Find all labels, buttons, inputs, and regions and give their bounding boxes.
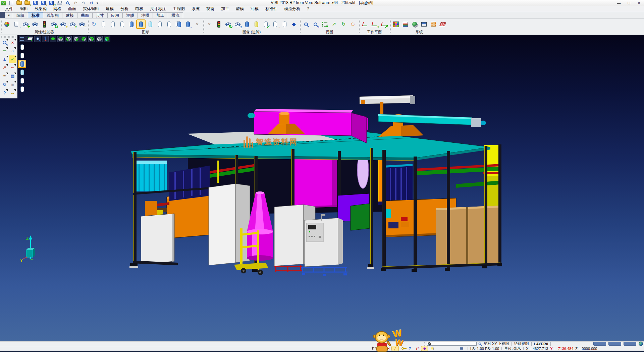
grid-panel-icon[interactable]: ▦ xyxy=(9,72,16,80)
key-icon[interactable] xyxy=(399,346,406,351)
dashed-hidden-mode-icon[interactable] xyxy=(118,20,126,28)
red-base-frame[interactable] xyxy=(274,265,303,272)
menu-item-modeling[interactable]: 建模 xyxy=(103,6,117,12)
globe-icon[interactable] xyxy=(639,342,643,346)
menu-item-help[interactable]: ? xyxy=(304,6,312,12)
refresh-image-icon[interactable]: ↻ xyxy=(224,20,232,28)
zoom-all-icon[interactable] xyxy=(302,20,310,28)
units-readout[interactable]: 单位: 毫米 xyxy=(504,346,521,351)
minimize-button[interactable]: — xyxy=(614,0,624,6)
plane-select-icon[interactable]: ▭ xyxy=(1,47,8,55)
menu-item-analysis[interactable]: 分析 xyxy=(117,6,131,12)
paint-filter-icon[interactable] xyxy=(3,20,11,28)
transparent-mode-icon[interactable] xyxy=(146,20,154,28)
context-help-icon[interactable]: ? xyxy=(407,346,413,351)
help-icon[interactable]: ? xyxy=(1,89,8,97)
tab-dimension[interactable]: 尺寸 xyxy=(92,12,108,18)
workplane-face-icon[interactable] xyxy=(26,36,33,42)
menu-item-window[interactable]: 视窗 xyxy=(203,6,217,12)
workplane-set-icon[interactable]: ▫ xyxy=(370,20,378,28)
tab-die[interactable]: 冲模 xyxy=(138,12,153,18)
draw-curve-icon[interactable]: ~ xyxy=(9,64,16,72)
view-iso-icon[interactable] xyxy=(57,36,64,42)
active-view-name[interactable]: 绝对 XY 上视图 xyxy=(484,341,509,346)
navigate-back-icon[interactable]: ↺ xyxy=(89,0,95,6)
hide-all-icon[interactable]: − xyxy=(78,20,86,28)
shaded-mode-icon[interactable] xyxy=(127,20,136,28)
workplane-grid-icon[interactable]: ▦ xyxy=(458,346,465,351)
menu-item-dimension[interactable]: 尺寸标注 xyxy=(147,6,169,12)
shaded-edges-mode-icon[interactable] xyxy=(137,20,145,28)
redo-icon[interactable]: ↷ xyxy=(80,0,87,6)
axis-view-icon[interactable] xyxy=(42,36,49,42)
lamp-icon[interactable] xyxy=(429,346,435,351)
strip-transparent-icon[interactable] xyxy=(19,69,25,76)
tab-surface[interactable]: 曲面 xyxy=(77,12,93,18)
render-settings-icon[interactable]: × xyxy=(193,20,201,28)
close-button[interactable]: × xyxy=(634,0,644,6)
zoom-extent-icon[interactable]: ± xyxy=(1,55,8,63)
mini-cube-icon[interactable]: ◆ xyxy=(421,346,428,351)
refresh-graphics-icon[interactable]: ↻ xyxy=(90,20,98,28)
multi-view-mode-icon[interactable] xyxy=(174,20,182,28)
maximize-button[interactable]: □ xyxy=(624,0,634,6)
options-panel-icon[interactable] xyxy=(420,20,428,28)
view-name-field[interactable]: A xyxy=(427,342,477,346)
view-top-icon[interactable] xyxy=(50,36,56,42)
strip-mesh-icon[interactable] xyxy=(19,86,25,92)
viewport-3d[interactable]: 智造资料网 Z Y xyxy=(0,35,644,341)
grid-settings-icon[interactable] xyxy=(439,20,447,28)
workplane-axis-icon[interactable] xyxy=(361,20,369,28)
save-icon[interactable] xyxy=(32,0,38,6)
mesh-mode-icon[interactable] xyxy=(165,20,173,28)
rotate-view-icon[interactable]: ↻ xyxy=(339,20,347,28)
advanced-filter-icon[interactable] xyxy=(215,20,223,28)
palette-drag-handle[interactable] xyxy=(1,36,16,38)
menu-item-mold[interactable]: 塑模 xyxy=(233,6,247,12)
tab-moldflow[interactable]: 模流 xyxy=(168,12,183,18)
render-smiley-icon[interactable]: ☺ xyxy=(349,20,357,28)
print-preview-icon[interactable] xyxy=(64,0,70,6)
layer-list-icon[interactable] xyxy=(19,36,25,42)
active-layer-label[interactable]: LAYER0 xyxy=(534,342,548,346)
show-entities-icon[interactable]: + xyxy=(21,20,30,28)
open-file-icon[interactable] xyxy=(16,0,22,6)
update-graphics-icon[interactable]: → xyxy=(184,20,192,28)
entity-attributes-icon[interactable]: ◦ xyxy=(12,20,20,28)
delete-entity-icon[interactable]: × xyxy=(9,39,16,46)
annotate-view-icon[interactable]: ◦ xyxy=(271,20,279,28)
view-back-icon[interactable] xyxy=(88,36,95,42)
workplane-align-icon[interactable]: ↗ xyxy=(380,20,388,28)
selection-box-icon[interactable] xyxy=(321,20,329,28)
system-settings-icon[interactable] xyxy=(411,20,419,28)
qat-dropdown-icon[interactable]: ▾ xyxy=(97,1,100,5)
ghost-mode-icon[interactable] xyxy=(156,20,164,28)
undo-icon[interactable]: ↶ xyxy=(72,0,78,6)
zoom-select-icon[interactable] xyxy=(1,39,8,46)
strip-shaded-icon[interactable] xyxy=(19,60,25,67)
line-color-swatch[interactable] xyxy=(608,342,621,346)
toggle-visibility-icon[interactable]: ± xyxy=(59,20,67,28)
show-all-icon[interactable]: + xyxy=(68,20,76,28)
lock-label[interactable]: 拴牢 xyxy=(372,346,379,351)
color-palette-icon[interactable] xyxy=(392,20,400,28)
tab-wireframe[interactable]: 线架构 xyxy=(43,12,62,18)
wire-view-icon[interactable] xyxy=(280,20,288,28)
view-right-icon[interactable] xyxy=(80,36,87,42)
menu-item-electrode[interactable]: 电极 xyxy=(132,6,146,12)
new-file-icon[interactable] xyxy=(8,0,14,6)
visi-logo-icon[interactable]: V xyxy=(1,1,6,5)
menu-item-system[interactable]: 系统 xyxy=(189,6,203,12)
solid-cube-icon[interactable]: ■ xyxy=(9,81,16,88)
save-as-icon[interactable]: ✎ xyxy=(40,0,46,6)
highlight-view-icon[interactable] xyxy=(252,20,260,28)
blue-pallet-frame[interactable] xyxy=(301,267,347,276)
search-view-icon[interactable] xyxy=(479,343,481,345)
menu-item-mesh[interactable]: 网格 xyxy=(50,6,64,12)
view-bottom-icon[interactable] xyxy=(96,36,103,42)
menu-item-surface[interactable]: 曲面 xyxy=(65,6,79,12)
machine-3d-model[interactable] xyxy=(0,35,644,341)
validate-view-icon[interactable]: ✓ xyxy=(262,20,270,28)
record-icon[interactable] xyxy=(384,346,391,351)
tab-standard[interactable]: 标准 xyxy=(28,12,43,18)
